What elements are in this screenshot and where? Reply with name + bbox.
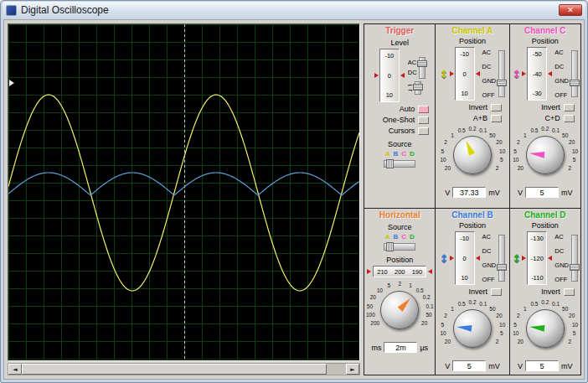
channel-d-unit-left: V: [518, 362, 523, 370]
channel-a-position-slider[interactable]: -10 0 10: [455, 47, 475, 101]
horizontal-timebase-knob[interactable]: 2001005020105210.50.20.15020: [364, 279, 435, 341]
trigger-edge-slider[interactable]: [415, 81, 421, 95]
channel-b-vdiv-knob[interactable]: 20105210.50.20.150201052: [437, 298, 508, 360]
channel-c-coupling-slider[interactable]: [571, 50, 578, 97]
channel-b-position-right-arrow-icon[interactable]: [476, 256, 480, 261]
channel-d-coupling-labels: AC DC GND OFF: [554, 233, 569, 283]
channel-a-ac-label: AC: [482, 49, 497, 56]
horizontal-position-label: Position: [386, 256, 413, 264]
channel-c-scale-mid: -40: [533, 70, 542, 78]
channel-d-position-slider[interactable]: -130 -120 -110: [527, 231, 547, 285]
trigger-one-shot-label: One-Shot: [383, 116, 415, 124]
channel-c-coupling-slider-thumb[interactable]: [570, 80, 580, 86]
horizontal-position-left-arrow-icon[interactable]: [367, 269, 371, 274]
channel-d-scale-mid: -120: [531, 255, 544, 262]
channel-c-scale-bottom: -30: [533, 90, 542, 97]
trigger-coupling-slider-thumb[interactable]: [417, 60, 427, 67]
horizontal-source-slider[interactable]: [384, 243, 415, 251]
channel-d-coupling-slider[interactable]: [571, 235, 578, 282]
channel-c-position-arrows-icon[interactable]: ↕: [512, 69, 521, 80]
channel-d-position-left-arrow-icon[interactable]: [522, 256, 526, 261]
trigger-coupling-dc-label: DC: [408, 69, 417, 76]
channel-b-invert-button[interactable]: [491, 288, 502, 296]
channel-d-position-arrows-icon[interactable]: ↕: [512, 253, 521, 264]
horizontal-knob-pointer: [398, 296, 413, 312]
channel-b-scale-bottom: 10: [461, 274, 467, 282]
channel-a-position-left-arrow-icon[interactable]: [450, 71, 454, 76]
channel-c-knob-dial[interactable]: [526, 136, 565, 174]
scrollbar-track[interactable]: [22, 364, 346, 375]
trigger-edge-row: ⌐ ¬: [408, 81, 426, 95]
trigger-level-right-arrow-icon[interactable]: [400, 73, 405, 78]
channel-b-position-arrows-icon[interactable]: ↕: [440, 253, 449, 264]
close-button[interactable]: ✕: [559, 4, 582, 16]
window-body: ◄ ► Trigger Level -10 0 10: [3, 19, 585, 380]
horizontal-position-slider[interactable]: 210 200 190: [373, 266, 426, 277]
channel-a-position-right-arrow-icon[interactable]: [476, 71, 480, 76]
channel-d-invert-row: Invert: [516, 287, 575, 296]
channel-c-invert-button[interactable]: [564, 104, 575, 111]
channel-b-position-left-arrow-icon[interactable]: [450, 256, 454, 261]
trigger-source-label: Source: [388, 140, 412, 148]
trigger-one-shot-button[interactable]: [418, 116, 429, 124]
horizontal-source-slider-thumb[interactable]: [386, 242, 394, 251]
channel-a-invert-button[interactable]: [491, 104, 502, 111]
channel-c-vdiv-knob[interactable]: 20105210.50.20.150201052: [510, 124, 580, 186]
horizontal-panel: Horizontal Source A B C D Position 210 2…: [364, 209, 435, 375]
channel-b-knob-dial[interactable]: [453, 309, 492, 348]
app-icon: [6, 5, 17, 16]
channel-d-invert-button[interactable]: [564, 288, 575, 296]
channel-d-value-display: 5: [525, 360, 559, 371]
channel-d-gnd-label: GND: [554, 261, 569, 269]
trigger-coupling-slider[interactable]: [419, 57, 426, 79]
channel-a-coupling-slider[interactable]: [498, 50, 505, 97]
trigger-level-slider[interactable]: -10 0 10: [379, 49, 400, 102]
horizontal-scrollbar[interactable]: ◄ ►: [8, 363, 360, 375]
source-channel-b-label: B: [393, 233, 398, 241]
channel-a-coupling-slider-thumb[interactable]: [497, 80, 507, 86]
channel-c-ac-label: AC: [554, 49, 569, 56]
channel-c-invert-label: Invert: [541, 103, 560, 111]
trigger-level-left-arrow-icon[interactable]: [374, 73, 379, 78]
channel-c-position-left-arrow-icon[interactable]: [522, 71, 526, 76]
channel-d-coupling-slider-thumb[interactable]: [570, 264, 580, 271]
channel-c-gnd-label: GND: [554, 77, 569, 85]
horizontal-knob-dial[interactable]: [380, 291, 419, 329]
channel-a-knob-dial[interactable]: [453, 136, 492, 174]
channel-b-coupling-slider-thumb[interactable]: [497, 264, 507, 271]
channel-d-knob-dial[interactable]: [526, 309, 565, 348]
titlebar[interactable]: Digital Oscilloscope ✕: [3, 2, 585, 18]
trigger-source-slider[interactable]: [384, 160, 415, 168]
channel-b-scale-mid: 0: [463, 255, 467, 262]
channel-d-position-right-arrow-icon[interactable]: [548, 256, 552, 261]
trigger-level-marker[interactable]: [9, 80, 14, 86]
trigger-source-slider-thumb[interactable]: [386, 159, 394, 168]
channel-a-scale-top: -10: [460, 50, 469, 58]
channel-a-sum-button[interactable]: [491, 115, 502, 122]
channel-a-vdiv-knob[interactable]: 20105210.50.20.150201052: [437, 124, 508, 186]
trigger-auto-indicator[interactable]: [418, 106, 429, 113]
trigger-panel: Trigger Level -10 0 10 AC DC: [364, 24, 435, 208]
trigger-cursors-button[interactable]: [418, 127, 429, 135]
horizontal-value-display: 2m: [384, 342, 417, 353]
trigger-edge-slider-thumb[interactable]: [413, 84, 423, 91]
channel-b-coupling-slider[interactable]: [498, 235, 505, 282]
channel-b-position-slider[interactable]: -10 0 10: [455, 231, 475, 285]
scrollbar-thumb[interactable]: [22, 364, 327, 375]
scroll-right-button[interactable]: ►: [346, 364, 359, 375]
trigger-level-scale-top: -10: [384, 52, 394, 60]
channel-d-vdiv-knob[interactable]: 20105210.50.20.150201052: [510, 298, 580, 360]
channel-a-position-arrows-icon[interactable]: ↕: [440, 69, 449, 80]
channel-c-sum-button[interactable]: [564, 115, 575, 122]
scroll-left-button[interactable]: ◄: [8, 364, 22, 375]
horizontal-scale-left: 210: [377, 268, 388, 276]
trigger-coupling-ac-label: AC: [408, 59, 417, 66]
horizontal-position-right-arrow-icon[interactable]: [428, 269, 432, 274]
channel-c-invert-row: Invert: [516, 103, 575, 111]
channel-d-panel: Channel D Position ↕ -130 -120 -110 AC D…: [510, 209, 581, 375]
display-column: ◄ ►: [8, 23, 360, 375]
trigger-level-slider-assembly: -10 0 10 AC DC: [374, 49, 426, 102]
channel-c-position-right-arrow-icon[interactable]: [548, 71, 552, 76]
channel-c-position-slider[interactable]: -50 -40 -30: [527, 47, 547, 101]
channel-b-panel-title: Channel B: [451, 210, 493, 220]
